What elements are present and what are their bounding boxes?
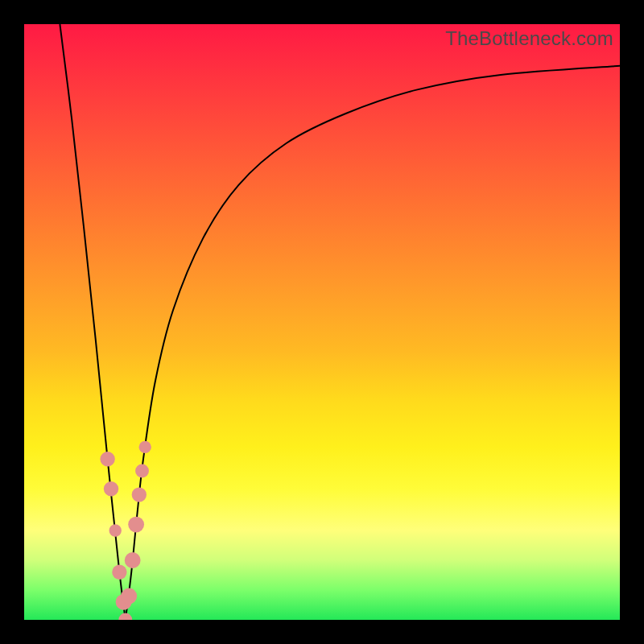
data-marker — [132, 487, 147, 502]
data-marker — [121, 588, 137, 604]
data-marker — [128, 517, 144, 533]
data-marker — [100, 452, 114, 466]
data-marker — [109, 524, 122, 536]
data-marker — [118, 613, 132, 620]
curve-svg — [24, 24, 620, 620]
data-marker — [125, 552, 141, 568]
data-marker — [104, 481, 118, 496]
curve-right-branch — [126, 66, 620, 620]
plot-area: TheBottleneck.com — [24, 24, 620, 620]
chart-frame: TheBottleneck.com — [0, 0, 644, 644]
data-marker — [112, 565, 126, 580]
data-marker — [139, 441, 151, 453]
data-marker — [135, 464, 149, 478]
